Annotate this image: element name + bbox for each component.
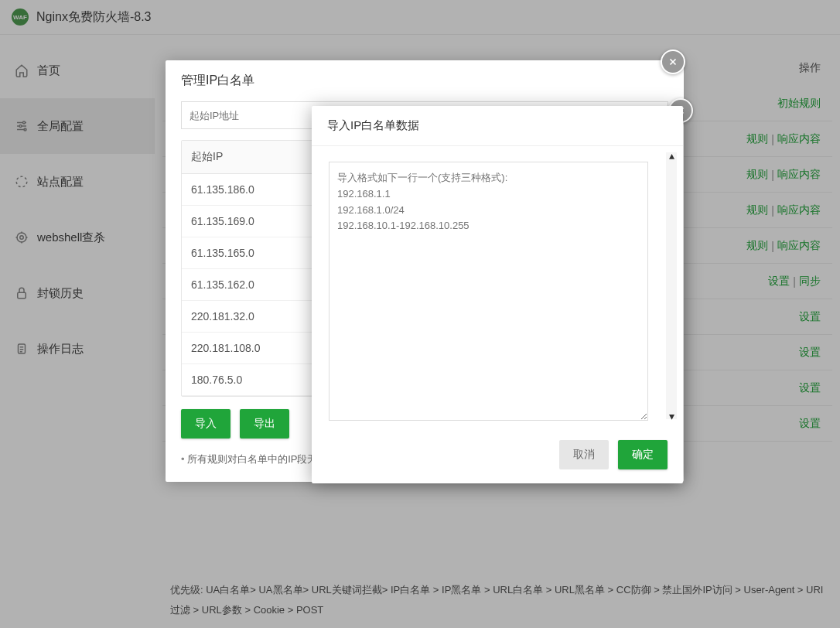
close-ip-whitelist-button[interactable]	[661, 49, 685, 74]
confirm-button[interactable]: 确定	[618, 440, 668, 469]
cancel-button[interactable]: 取消	[559, 440, 609, 469]
export-button[interactable]: 导出	[240, 409, 289, 439]
import-ip-textarea[interactable]	[329, 162, 648, 421]
import-button[interactable]: 导入	[181, 409, 230, 439]
modal-title: 管理IP白名单	[166, 60, 684, 101]
scroll-down-icon[interactable]: ▾	[666, 413, 677, 419]
scrollbar[interactable]: ▴ ▾	[666, 152, 677, 419]
import-ip-data-modal: 导入IP白名单数据 ▴ ▾ 取消 确定	[312, 106, 683, 483]
scroll-up-icon[interactable]: ▴	[666, 152, 677, 159]
import-modal-title: 导入IP白名单数据	[312, 106, 683, 146]
